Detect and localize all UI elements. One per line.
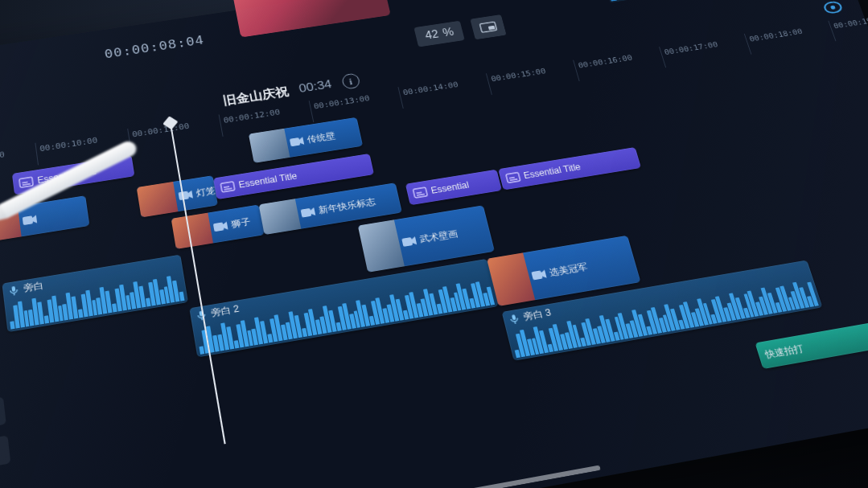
svg-rect-14: [199, 310, 203, 316]
clip-video[interactable]: 狮子: [171, 204, 265, 248]
svg-rect-15: [531, 270, 542, 280]
home-indicator[interactable]: [390, 465, 601, 488]
clip-sfx[interactable]: 快速拍打: [755, 316, 868, 369]
clip-label: 武术壁画: [418, 228, 459, 246]
loop-icon[interactable]: [818, 0, 849, 18]
project-duration: 00:34: [298, 77, 333, 96]
zoom-unit: %: [442, 26, 455, 39]
browser-clip[interactable]: 猫咪摆件0:02: [594, 0, 686, 2]
clip-label: Essential Title: [238, 171, 298, 191]
track[interactable]: 旁白 3: [0, 236, 868, 453]
svg-point-2: [830, 5, 836, 10]
clip-label: Essential Title: [523, 162, 582, 180]
svg-rect-4: [290, 137, 300, 146]
zoom-chip[interactable]: 42 %: [414, 21, 465, 47]
clip-audio[interactable]: 旁白 2: [189, 259, 498, 358]
clip-audio[interactable]: 旁白: [2, 255, 188, 333]
clip-video[interactable]: 灯笼: [137, 175, 218, 217]
dynamic-button[interactable]: 动态化: [0, 397, 6, 437]
clip-label: 旁白: [23, 279, 44, 295]
clip-label: 灯笼: [195, 184, 216, 199]
clip-label: Essential: [430, 180, 470, 196]
project-timecode: 00:00:08:04: [104, 34, 205, 60]
clip-thumbnail: [137, 182, 179, 218]
preview-monitor[interactable]: [232, 0, 391, 38]
clip-thumbnail: [487, 252, 535, 306]
clip-audio[interactable]: 旁白 3: [502, 260, 823, 361]
clip-label: 旁白 2: [210, 302, 240, 320]
svg-rect-12: [11, 285, 15, 291]
clip-label: 选美冠军: [548, 260, 589, 279]
clip-label: 新年快乐标志: [318, 195, 377, 216]
clip-thumbnail: [171, 213, 213, 249]
pip-icon: [479, 21, 498, 34]
multicam-button[interactable]: 多机位: [0, 436, 10, 477]
clip-label: 快速拍打: [757, 342, 805, 363]
zoom-value: 42: [424, 28, 440, 42]
svg-rect-9: [300, 207, 311, 217]
clip-label: 旁白 3: [522, 306, 553, 324]
clip-thumbnail: [358, 219, 405, 272]
svg-rect-16: [512, 314, 516, 320]
clip-thumbnail: [259, 199, 302, 235]
clip-label: 传统壁: [306, 129, 336, 146]
svg-rect-13: [401, 237, 413, 247]
svg-rect-8: [213, 222, 224, 232]
clip-title[interactable]: Essential: [405, 170, 502, 206]
info-icon[interactable]: i: [340, 72, 360, 89]
clip-label: 狮子: [230, 215, 252, 231]
pip-button[interactable]: [471, 14, 507, 39]
clip-thumbnail: [249, 129, 290, 163]
clip-video[interactable]: 选美冠军: [487, 236, 640, 306]
track[interactable]: 快速拍打: [0, 305, 868, 488]
svg-rect-1: [488, 26, 496, 31]
